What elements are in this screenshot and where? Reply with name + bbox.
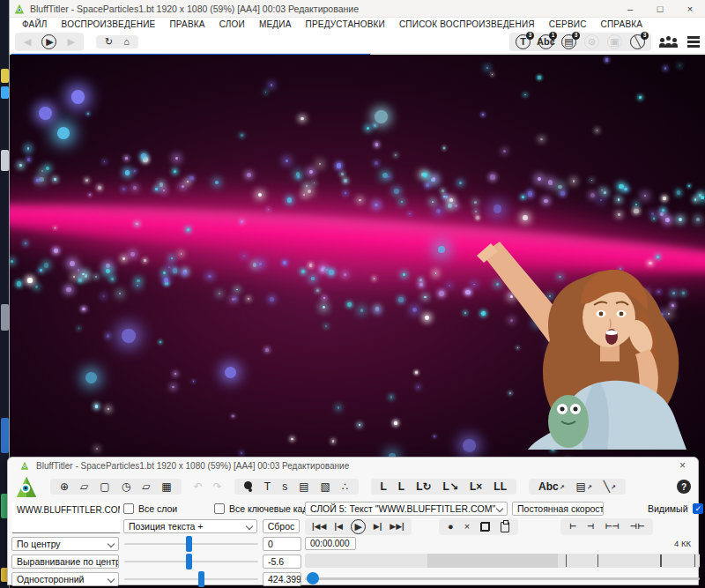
- duration-icon[interactable]: ◷: [122, 481, 130, 492]
- layer-solid-icon[interactable]: L: [398, 481, 404, 492]
- step-back-icon[interactable]: |◀: [334, 523, 342, 531]
- menu-tools[interactable]: СЕРВИС: [542, 19, 594, 29]
- layer-text-input[interactable]: WWW.BLUFFTITLER.COM: [11, 502, 121, 533]
- text-layer-icon[interactable]: T: [264, 481, 271, 492]
- time-scrubber[interactable]: [305, 572, 700, 584]
- effect-pen-icon[interactable]: ╲: [604, 481, 616, 492]
- add-layer-icon[interactable]: ⊕: [60, 481, 69, 492]
- play-icon[interactable]: ▶: [41, 34, 56, 49]
- layer-detach-icon[interactable]: L×: [470, 481, 482, 492]
- y-position-slider[interactable]: [124, 555, 258, 569]
- menu-presets[interactable]: ПРЕДУСТАНОВКИ: [299, 19, 392, 29]
- z-value-box[interactable]: 424.39999: [263, 572, 301, 586]
- layer-select[interactable]: СЛОЙ 5: Текст "WWW.BLUFFTITLER.COM" +: [305, 502, 508, 516]
- speed-select[interactable]: Постоянная скорость: [512, 502, 604, 516]
- forward-icon[interactable]: ▶: [67, 37, 74, 47]
- refresh-icon[interactable]: ↻: [105, 37, 113, 47]
- time-display[interactable]: 00:00.000: [305, 537, 356, 550]
- property-select[interactable]: Позиция текста +: [123, 519, 257, 533]
- hamburger-menu-icon[interactable]: [687, 36, 700, 39]
- z-position-slider[interactable]: [124, 572, 258, 586]
- particle-layer-icon[interactable]: ∴: [342, 481, 349, 492]
- keyframe-tick[interactable]: [694, 555, 696, 567]
- visible-checkbox[interactable]: [693, 503, 703, 514]
- caption-layers-icon[interactable]: Abc1: [538, 34, 553, 49]
- resize-icon[interactable]: ▢: [100, 481, 109, 492]
- close-button[interactable]: ×: [675, 0, 705, 17]
- record-keyframe-icon[interactable]: ●: [448, 522, 454, 532]
- scrubber-handle[interactable]: [307, 572, 319, 584]
- paste-icon[interactable]: [501, 522, 509, 532]
- effect-text-icon[interactable]: Abc: [538, 481, 565, 492]
- all-keyframes-checkbox-row[interactable]: Все ключевые кадры: [214, 503, 320, 514]
- layer-attach-group: LLL↻L↘L×LL: [371, 479, 516, 495]
- particle: [375, 110, 388, 123]
- particle: [375, 143, 379, 146]
- stretch-keyframes-icon[interactable]: ⊢⊣: [605, 523, 619, 531]
- skip-end-icon[interactable]: ▶▶|: [390, 523, 404, 531]
- import-icon[interactable]: ▱: [142, 481, 150, 492]
- visible-checkbox-row[interactable]: Видимый: [648, 503, 703, 514]
- y-value-box[interactable]: -5.6: [263, 555, 301, 569]
- slider-handle[interactable]: [186, 536, 192, 552]
- undo-icon[interactable]: ↶: [194, 481, 203, 492]
- menu-file[interactable]: ФАЙЛ: [15, 19, 55, 29]
- first-keyframe-icon[interactable]: ⊢: [569, 523, 576, 531]
- all-layers-checkbox-row[interactable]: Все слои: [123, 503, 177, 514]
- center-keyframes-icon[interactable]: ⊣⊢: [630, 523, 644, 531]
- pen-layers-icon[interactable]: ╲3: [630, 34, 645, 49]
- picture-layers-icon[interactable]: ▤3: [561, 34, 576, 49]
- slider-handle[interactable]: [198, 571, 204, 587]
- picture-layer-icon[interactable]: ▤: [299, 481, 308, 492]
- model-layers-icon[interactable]: ▣: [607, 34, 622, 49]
- menu-help[interactable]: СПРАВКА: [594, 19, 650, 29]
- layer-rotate-icon[interactable]: L↻: [416, 481, 431, 492]
- subtitle-layer-icon[interactable]: s: [282, 481, 287, 492]
- help-button[interactable]: ?: [677, 480, 691, 494]
- x-value-box[interactable]: 0: [263, 537, 301, 551]
- skip-start-icon[interactable]: |◀◀: [312, 523, 326, 531]
- menu-playback[interactable]: ВОСПРОИЗВЕДЕНИЕ: [55, 19, 163, 29]
- particle: [449, 198, 453, 202]
- all-layers-checkbox[interactable]: [123, 503, 134, 514]
- x-position-slider[interactable]: [124, 537, 258, 551]
- layer-front-icon[interactable]: L: [381, 481, 387, 492]
- effect-picture-icon[interactable]: ▤: [576, 481, 592, 492]
- menu-layers[interactable]: СЛОИ: [212, 19, 252, 29]
- delete-keyframe-icon[interactable]: ×: [464, 522, 470, 532]
- layer-clone-icon[interactable]: LL: [494, 481, 507, 492]
- home-icon[interactable]: ⌂: [123, 37, 130, 47]
- menu-edit[interactable]: ПРАВКА: [162, 19, 212, 29]
- open-show-icon[interactable]: ▱: [80, 481, 88, 492]
- reset-button[interactable]: Сброс: [263, 519, 300, 533]
- balloon-layer-icon[interactable]: [244, 481, 253, 492]
- keyframe-tick[interactable]: [660, 555, 662, 567]
- scrubber-track[interactable]: [305, 577, 700, 580]
- model-layer-icon[interactable]: ▧: [321, 481, 330, 492]
- sided-select[interactable]: Односторонний: [11, 572, 119, 586]
- play-button-icon[interactable]: ▶: [351, 519, 366, 534]
- panel-close-button[interactable]: ×: [674, 459, 691, 472]
- export-video-icon[interactable]: ▦: [161, 481, 171, 492]
- menu-playlist[interactable]: СПИСОК ВОСПРОИЗВЕДЕНИЯ: [392, 19, 542, 29]
- alignment-select[interactable]: Выравнивание по центру: [11, 555, 119, 569]
- text-layers-icon[interactable]: T3: [516, 34, 531, 49]
- position-mode-select[interactable]: По центру: [11, 537, 119, 551]
- redo-icon[interactable]: ↷: [213, 481, 222, 492]
- keyframe-tick[interactable]: [597, 555, 599, 567]
- all-keyframes-checkbox[interactable]: [214, 503, 225, 514]
- keyframe-tick[interactable]: [566, 555, 568, 567]
- back-icon[interactable]: ◀: [24, 37, 31, 47]
- globe-layers-icon[interactable]: ⊙: [584, 34, 599, 49]
- keyframe-timeline[interactable]: [305, 554, 700, 568]
- slider-handle[interactable]: [186, 554, 192, 569]
- minimize-button[interactable]: –: [615, 0, 645, 17]
- layer-attach-icon[interactable]: L↘: [443, 481, 458, 492]
- last-keyframe-icon[interactable]: ⊣: [587, 523, 594, 531]
- menu-media[interactable]: МЕДИА: [252, 19, 299, 29]
- step-forward-icon[interactable]: ▶|: [374, 523, 382, 531]
- window-title: BluffTitler - SpaceParticles1.bt 1920 x …: [30, 4, 359, 14]
- community-icon[interactable]: [660, 36, 677, 48]
- maximize-button[interactable]: □: [645, 0, 675, 17]
- copy-icon[interactable]: [480, 522, 490, 532]
